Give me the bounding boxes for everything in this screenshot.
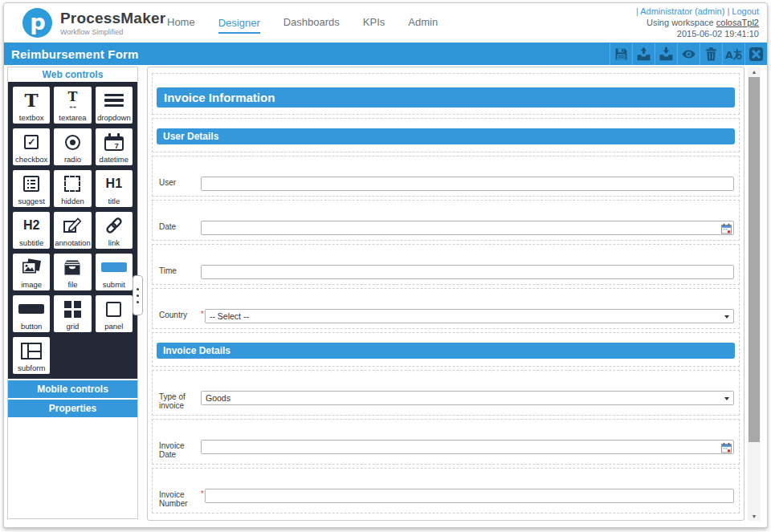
workspace-line: Using workspace colosaTpl2 bbox=[636, 17, 759, 28]
form-row: Country * -- Select -- bbox=[152, 288, 740, 329]
calendar-icon[interactable] bbox=[721, 442, 732, 453]
grid-icon bbox=[54, 295, 91, 323]
scroll-up-arrow[interactable] bbox=[748, 67, 761, 76]
separator: | bbox=[636, 6, 638, 16]
control-file[interactable]: file bbox=[54, 254, 91, 290]
form-subtitle-element[interactable]: User Details bbox=[157, 128, 735, 144]
control-grid[interactable]: grid bbox=[54, 295, 91, 332]
required-asterisk: * bbox=[201, 489, 204, 498]
control-link[interactable]: link bbox=[96, 212, 133, 249]
nav-home[interactable]: Home bbox=[167, 16, 195, 30]
workspace-link[interactable]: colosaTpl2 bbox=[716, 18, 759, 27]
control-checkbox[interactable]: checkbox bbox=[13, 128, 50, 165]
close-icon bbox=[749, 47, 764, 62]
close-button[interactable] bbox=[744, 43, 767, 65]
current-user-link[interactable]: Administrator (admin) bbox=[640, 6, 724, 16]
control-datetime[interactable]: 7 datetime bbox=[96, 128, 133, 165]
export-icon bbox=[636, 47, 651, 62]
panel-icon bbox=[96, 295, 133, 323]
workspace-prefix: Using workspace bbox=[647, 18, 716, 27]
form-row: Invoice Number * bbox=[152, 468, 740, 514]
eye-icon bbox=[681, 47, 696, 62]
app-header: p ProcessMaker Workflow Simplified Home … bbox=[4, 3, 767, 43]
web-controls-header[interactable]: Web controls bbox=[8, 67, 137, 82]
nav-kpis[interactable]: KPIs bbox=[363, 16, 385, 30]
logo: p ProcessMaker Workflow Simplified bbox=[22, 7, 165, 39]
form-row: Invoice Information bbox=[152, 73, 740, 115]
delete-button[interactable] bbox=[700, 43, 722, 65]
app-window: p ProcessMaker Workflow Simplified Home … bbox=[3, 2, 768, 528]
invoice-date-datetime-input[interactable] bbox=[201, 440, 734, 454]
submit-icon bbox=[96, 254, 133, 281]
form-subtitle-element[interactable]: Invoice Details bbox=[157, 343, 735, 359]
textarea-icon: T bbox=[54, 87, 91, 114]
control-subform[interactable]: subform bbox=[13, 337, 50, 374]
field-label: Invoice Number bbox=[157, 489, 201, 508]
logo-text: ProcessMaker Workflow Simplified bbox=[60, 10, 165, 36]
type-of-invoice-dropdown[interactable]: Goods bbox=[201, 391, 734, 405]
logo-subtitle: Workflow Simplified bbox=[60, 28, 165, 36]
control-submit[interactable]: submit bbox=[96, 254, 133, 290]
save-button[interactable] bbox=[610, 43, 632, 65]
field-label: Time bbox=[157, 265, 201, 275]
form-title: Reimbursement Form bbox=[4, 47, 139, 61]
control-textarea[interactable]: T textarea bbox=[54, 87, 91, 124]
control-title[interactable]: H1 title bbox=[96, 170, 133, 207]
timestamp: 2015-06-02 19:41:10 bbox=[636, 28, 759, 39]
main-nav: Home Designer Dashboards KPIs Admin bbox=[167, 3, 438, 43]
form-row: User Details bbox=[152, 118, 740, 152]
svg-text:A: A bbox=[725, 48, 733, 60]
control-image[interactable]: image bbox=[13, 254, 50, 290]
control-radio[interactable]: radio bbox=[54, 128, 91, 165]
field-label: Date bbox=[157, 221, 201, 231]
field-label: User bbox=[157, 177, 201, 187]
translate-button[interactable]: A bbox=[722, 43, 744, 65]
datetime-icon: 7 bbox=[96, 128, 133, 156]
user-links: | Administrator (admin) | Logout bbox=[636, 6, 759, 17]
annotation-icon bbox=[54, 212, 91, 239]
nav-admin[interactable]: Admin bbox=[408, 16, 438, 30]
export-button[interactable] bbox=[632, 43, 655, 65]
scroll-down-arrow[interactable] bbox=[748, 511, 761, 521]
title-icon: H1 bbox=[96, 170, 133, 197]
form-row: Type of invoice Goods bbox=[152, 370, 740, 416]
calendar-icon[interactable] bbox=[721, 223, 732, 234]
nav-dashboards[interactable]: Dashboards bbox=[284, 16, 340, 30]
radio-icon bbox=[54, 128, 91, 156]
date-datetime-input[interactable] bbox=[201, 221, 734, 235]
form-row: Date bbox=[152, 200, 740, 241]
subtitle-icon: H2 bbox=[13, 212, 50, 239]
preview-button[interactable] bbox=[677, 43, 700, 65]
import-button[interactable] bbox=[655, 43, 677, 65]
control-textbox[interactable]: T textbox bbox=[13, 87, 50, 124]
nav-designer[interactable]: Designer bbox=[218, 17, 260, 34]
control-subtitle[interactable]: H2 subtitle bbox=[13, 212, 50, 249]
logo-title: ProcessMaker bbox=[60, 10, 165, 27]
time-textbox[interactable] bbox=[201, 265, 734, 279]
mobile-controls-header[interactable]: Mobile controls bbox=[8, 380, 137, 398]
logout-link[interactable]: Logout bbox=[732, 6, 759, 16]
control-panel[interactable]: panel bbox=[96, 295, 133, 332]
save-icon bbox=[614, 47, 629, 62]
form-row: Invoice Details bbox=[152, 332, 740, 367]
file-icon bbox=[54, 254, 91, 281]
control-annotation[interactable]: annotation bbox=[54, 212, 91, 249]
user-textbox[interactable] bbox=[201, 177, 734, 191]
form-title-element[interactable]: Invoice Information bbox=[157, 87, 735, 108]
sidebar-splitter-handle[interactable] bbox=[133, 275, 143, 315]
properties-header[interactable]: Properties bbox=[8, 400, 137, 417]
control-button[interactable]: button bbox=[13, 295, 50, 332]
field-label: Invoice Date bbox=[157, 440, 201, 459]
scrollbar-thumb[interactable] bbox=[749, 77, 760, 442]
dropdown-icon bbox=[96, 87, 133, 114]
control-dropdown[interactable]: dropdown bbox=[96, 87, 133, 124]
svg-text:p: p bbox=[30, 10, 46, 35]
form-row: Invoice Date bbox=[152, 419, 740, 465]
user-info: | Administrator (admin) | Logout Using w… bbox=[636, 6, 759, 39]
country-dropdown[interactable]: -- Select -- bbox=[205, 309, 734, 323]
control-hidden[interactable]: hidden bbox=[54, 170, 91, 207]
control-suggest[interactable]: suggest bbox=[13, 170, 50, 207]
trash-icon bbox=[704, 47, 719, 62]
invoice-number-textbox[interactable] bbox=[205, 489, 734, 503]
canvas-scrollbar bbox=[748, 67, 761, 521]
